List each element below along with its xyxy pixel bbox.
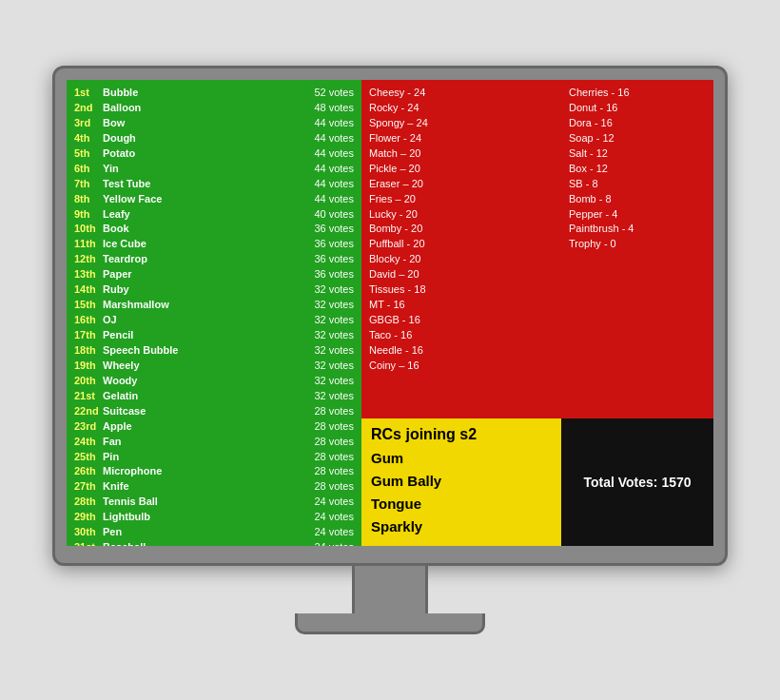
rank-row: 7th Test Tube 44 votes [74, 177, 354, 192]
rank-row: 29th Lightbulb 24 votes [74, 510, 354, 525]
rank-votes: 28 votes [297, 404, 354, 419]
rank-num: 7th [74, 177, 103, 192]
rank-name: Apple [103, 419, 297, 435]
rank-votes: 36 votes [297, 252, 354, 267]
vote-item: Tissues - 18 [369, 282, 554, 298]
vote-item: Pickle – 20 [369, 162, 554, 177]
vote-item: Blocky - 20 [369, 252, 554, 267]
rank-name: Woody [103, 374, 297, 389]
red-right-section: Cherries - 16Donut - 16Dora - 16Soap - 1… [561, 80, 713, 418]
rank-num: 22nd [74, 404, 103, 419]
vote-item: Cherries - 16 [569, 86, 706, 101]
rank-row: 30th Pen 24 votes [74, 525, 354, 540]
vote-item: Eraser – 20 [369, 177, 554, 192]
rank-name: Pencil [103, 328, 297, 343]
rank-name: Microphone [103, 464, 297, 479]
rank-row: 18th Speech Bubble 32 votes [74, 343, 354, 359]
rank-name: Teardrop [103, 252, 297, 267]
vote-item: Bomb - 8 [569, 192, 706, 207]
rank-name: Lightbulb [103, 510, 297, 525]
vote-item: Fries – 20 [369, 192, 554, 207]
rank-row: 31st Baseball 24 votes [74, 540, 354, 546]
vote-item: Donut - 16 [569, 101, 706, 116]
rank-name: Gelatin [103, 389, 297, 404]
rank-name: OJ [103, 313, 297, 328]
rank-row: 9th Leafy 40 votes [74, 207, 354, 223]
vote-item: Paintbrush - 4 [569, 222, 706, 237]
rank-row: 27th Knife 28 votes [74, 479, 354, 495]
rank-row: 17th Pencil 32 votes [74, 328, 354, 343]
red-top-section: Cheesy - 24Rocky - 24Spongy – 24Flower -… [361, 80, 561, 418]
rank-votes: 32 votes [297, 343, 354, 359]
rank-row: 28th Tennis Ball 24 votes [74, 495, 354, 510]
rank-name: Potato [103, 146, 297, 162]
rank-name: Dough [103, 131, 297, 146]
rank-row: 26th Microphone 28 votes [74, 464, 354, 479]
monitor-base [295, 613, 485, 634]
rank-votes: 44 votes [297, 116, 354, 131]
rank-name: Ice Cube [103, 237, 297, 252]
rank-row: 22nd Suitcase 28 votes [74, 404, 354, 419]
rank-num: 2nd [74, 101, 103, 116]
vote-item: GBGB - 16 [369, 313, 554, 328]
vote-item: Pepper - 4 [569, 207, 706, 223]
rank-row: 16th OJ 32 votes [74, 313, 354, 328]
rank-votes: 32 votes [297, 298, 354, 313]
rank-name: Bubble [103, 86, 297, 101]
vote-item: Soap - 12 [569, 131, 706, 146]
rank-name: Yin [103, 162, 297, 177]
vote-item: Flower - 24 [369, 131, 554, 146]
rank-num: 16th [74, 313, 103, 328]
rank-votes: 48 votes [297, 101, 354, 116]
rank-row: 14th Ruby 32 votes [74, 282, 354, 298]
rank-row: 13th Paper 36 votes [74, 267, 354, 282]
rank-votes: 32 votes [297, 313, 354, 328]
vote-item: Dora - 16 [569, 116, 706, 131]
rank-name: Book [103, 222, 297, 237]
rank-num: 3rd [74, 116, 103, 131]
rank-votes: 28 votes [297, 450, 354, 465]
rank-num: 14th [74, 282, 103, 298]
rank-row: 1st Bubble 52 votes [74, 86, 354, 101]
vote-item: Lucky - 20 [369, 207, 554, 223]
rank-num: 1st [74, 86, 103, 101]
rank-name: Balloon [103, 101, 297, 116]
rank-row: 11th Ice Cube 36 votes [74, 237, 354, 252]
rank-row: 12th Teardrop 36 votes [74, 252, 354, 267]
rank-name: Speech Bubble [103, 343, 297, 359]
vote-item: Trophy - 0 [569, 237, 706, 252]
rank-num: 18th [74, 343, 103, 359]
rank-votes: 32 votes [297, 374, 354, 389]
vote-item: Spongy – 24 [369, 116, 554, 131]
rank-votes: 24 votes [297, 540, 354, 546]
vote-item: Needle - 16 [369, 343, 554, 359]
green-section: 1st Bubble 52 votes 2nd Balloon 48 votes… [67, 80, 361, 546]
rank-name: Pen [103, 525, 297, 540]
rank-row: 25th Pin 28 votes [74, 450, 354, 465]
rank-row: 2nd Balloon 48 votes [74, 101, 354, 116]
rank-name: Knife [103, 479, 297, 495]
rank-num: 10th [74, 222, 103, 237]
rank-name: Wheely [103, 359, 297, 374]
rank-votes: 36 votes [297, 267, 354, 282]
rank-num: 23rd [74, 419, 103, 435]
rank-num: 25th [74, 450, 103, 465]
rank-row: 21st Gelatin 32 votes [74, 389, 354, 404]
rank-num: 17th [74, 328, 103, 343]
rank-name: Yellow Face [103, 192, 297, 207]
rank-num: 6th [74, 162, 103, 177]
rank-name: Suitcase [103, 404, 297, 419]
vote-item: Cheesy - 24 [369, 86, 554, 101]
vote-item: Bomby - 20 [369, 222, 554, 237]
rc-name: Gum [371, 447, 552, 470]
rank-num: 30th [74, 525, 103, 540]
rank-row: 5th Potato 44 votes [74, 146, 354, 162]
rank-votes: 28 votes [297, 435, 354, 450]
rank-votes: 44 votes [297, 162, 354, 177]
black-section: Total Votes: 1570 [561, 418, 713, 546]
rank-num: 26th [74, 464, 103, 479]
vote-item: SB - 8 [569, 177, 706, 192]
rank-votes: 28 votes [297, 479, 354, 495]
rank-num: 12th [74, 252, 103, 267]
vote-item: Box - 12 [569, 162, 706, 177]
